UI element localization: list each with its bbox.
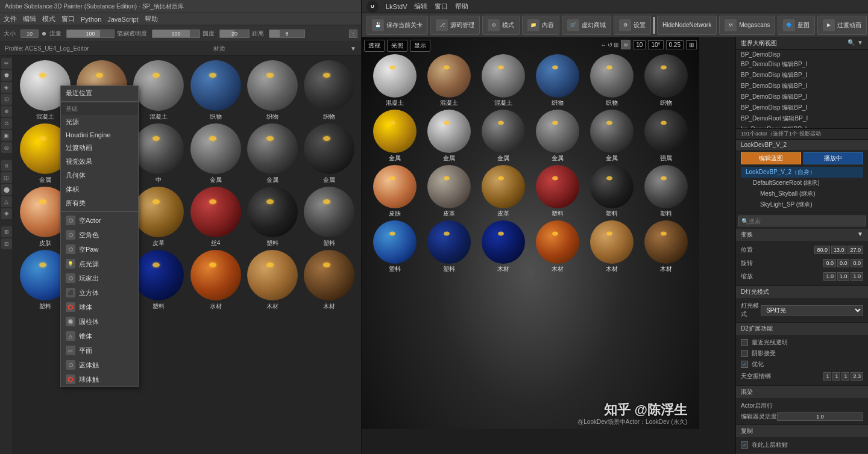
- blend-header[interactable]: 混染: [736, 386, 868, 398]
- tool-icon-5[interactable]: ⊕: [1, 106, 12, 117]
- bg-x[interactable]: 1: [823, 372, 831, 381]
- tree-bp1[interactable]: BP_DemoDisp: [736, 50, 868, 59]
- dropdown-sphere-touch[interactable]: ⭕ 球体触: [61, 372, 138, 387]
- material-item-9[interactable]: 中: [131, 123, 186, 184]
- scl-y[interactable]: 1.0: [837, 272, 850, 281]
- tool-icon-11[interactable]: ⬤: [1, 184, 12, 195]
- material-item-24[interactable]: 木材: [302, 250, 356, 311]
- dropdown-volume[interactable]: 体积: [61, 182, 138, 196]
- ue-mat-15[interactable]: 皮革: [482, 165, 525, 218]
- menu-file[interactable]: 文件: [4, 14, 17, 23]
- scene-root-item[interactable]: DefaultSceneRoot (继承): [748, 178, 863, 188]
- source-control-btn[interactable]: ⎇ 源码管理: [430, 16, 480, 35]
- tool-icon-7[interactable]: ▣: [1, 130, 12, 141]
- size-value[interactable]: 10: [27, 31, 33, 37]
- dropdown-player-exit[interactable]: ⬡ 玩家出: [61, 271, 138, 285]
- dropdown-video-effect[interactable]: 视觉效果: [61, 155, 138, 169]
- dropdown-cone[interactable]: △ 锥体: [61, 329, 138, 343]
- content-btn[interactable]: 📁 内容: [522, 16, 559, 35]
- ue-mat-9[interactable]: 金属: [482, 110, 525, 163]
- filter-icon[interactable]: ▼: [857, 39, 863, 48]
- ue-mat-8[interactable]: 金属: [427, 110, 471, 163]
- settings-icon[interactable]: ⋮: [349, 30, 357, 38]
- tool-icon-8[interactable]: ◎: [1, 142, 12, 153]
- details-search-input[interactable]: [749, 218, 863, 225]
- material-item-17[interactable]: 塑料: [245, 187, 300, 247]
- rot-y[interactable]: 0.0: [837, 259, 850, 267]
- menu-help[interactable]: 帮助: [145, 14, 158, 23]
- material-item-5[interactable]: 织物: [245, 60, 300, 121]
- settings-btn[interactable]: ⚙ 设置: [614, 16, 651, 35]
- dropdown-empty-actor[interactable]: ⬡ 空Actor: [61, 213, 138, 228]
- tool-icon-4[interactable]: ⊡: [1, 94, 12, 105]
- bg-w[interactable]: 2.3: [851, 372, 863, 381]
- ue-mat-22[interactable]: 木材: [536, 220, 579, 273]
- material-item-10[interactable]: 金属: [188, 123, 242, 184]
- expand-header[interactable]: D2扩展功能: [736, 323, 868, 335]
- ue-mat-7[interactable]: 金属: [373, 110, 417, 163]
- tool-icon-14[interactable]: ⊞: [1, 226, 12, 237]
- tree-bp8[interactable]: bp_DemoRoor 编辑BP_I: [736, 124, 868, 128]
- material-item-23[interactable]: 木材: [245, 250, 300, 311]
- material-item-4[interactable]: 织物: [188, 60, 242, 121]
- automation-btn[interactable]: HideNodeNetwork: [657, 16, 717, 35]
- ue-menu-window[interactable]: 窗口: [435, 2, 448, 11]
- dropdown-cube[interactable]: ⬛ 立方体: [61, 285, 138, 300]
- tool-icon-1[interactable]: ✏: [1, 58, 12, 69]
- tool-icon-2[interactable]: ⬟: [1, 70, 12, 81]
- near-light-checkbox[interactable]: [741, 339, 748, 346]
- pos-z[interactable]: 27.0: [848, 246, 863, 254]
- materials-dropdown-arrow[interactable]: ▼: [350, 45, 356, 52]
- ue-mat-19[interactable]: 塑料: [373, 220, 417, 273]
- dropdown-blue-touch[interactable]: ⬡ 蓝体触: [61, 358, 138, 372]
- ue-mat-14[interactable]: 皮革: [427, 165, 471, 218]
- blueprint-btn[interactable]: 🔷 蓝图: [778, 16, 815, 35]
- ue-menu-edit[interactable]: 编辑: [414, 2, 427, 11]
- ue-mat-18[interactable]: 塑料: [644, 165, 688, 218]
- dropdown-transition[interactable]: 过渡动画: [61, 141, 138, 155]
- dropdown-geometry[interactable]: 几何体: [61, 169, 138, 182]
- optimize-checkbox[interactable]: ✓: [741, 361, 748, 368]
- shadow-checkbox[interactable]: [741, 350, 748, 357]
- rot-z[interactable]: 0.0: [851, 259, 863, 267]
- world-icon[interactable]: W: [621, 40, 631, 49]
- mesh-skyball-item[interactable]: Mesh_Skyball (继承): [755, 188, 863, 199]
- ue-menu-help[interactable]: 帮助: [455, 2, 468, 11]
- bg-z[interactable]: 1: [841, 372, 849, 381]
- pos-x[interactable]: 80.0: [814, 246, 830, 254]
- edit-blueprint-btn[interactable]: 编辑蓝图: [741, 152, 801, 164]
- ue-mat-1[interactable]: 混凝土: [373, 54, 417, 107]
- lookdev-instance[interactable]: LookDevBP_V_2（自身）: [741, 167, 863, 178]
- tree-bp3[interactable]: BP_DemoDisp 编辑BP_I: [736, 70, 868, 81]
- tool-icon-12[interactable]: △: [1, 196, 12, 207]
- scl-x[interactable]: 1.0: [823, 272, 836, 281]
- dropdown-light[interactable]: 光源: [61, 115, 138, 129]
- tool-icon-15[interactable]: ⊟: [1, 238, 12, 249]
- tree-bp6[interactable]: BP_DemoDisp 编辑BP_I: [736, 102, 868, 113]
- ue-mat-23[interactable]: 木材: [590, 220, 634, 273]
- menu-window[interactable]: 窗口: [61, 14, 75, 23]
- show-btn[interactable]: 显示: [410, 40, 430, 52]
- tree-bp5[interactable]: BP_DemoDisp 编辑BP_I: [736, 92, 868, 102]
- material-item-11[interactable]: 金属: [245, 123, 300, 184]
- bg-y[interactable]: 1: [832, 372, 840, 381]
- megascans-btn[interactable]: M Megascans: [719, 16, 775, 35]
- material-item-22[interactable]: 水材: [188, 250, 242, 311]
- editor-sensitivity-val[interactable]: 1.0: [777, 412, 863, 421]
- dropdown-plane[interactable]: ▭ 平面: [61, 343, 138, 358]
- tree-bp7[interactable]: BP_DemoRoot 编辑BP_I: [736, 113, 868, 124]
- dropdown-cylinder[interactable]: 🔘 圆柱体: [61, 314, 138, 329]
- material-item-16[interactable]: 丝4: [188, 187, 242, 247]
- material-item-21[interactable]: 塑料: [131, 250, 186, 311]
- dropdown-recent[interactable]: 最近位置: [61, 86, 138, 100]
- perspective-btn[interactable]: 透视: [364, 40, 385, 52]
- dropdown-point-light[interactable]: 💡 点光源: [61, 257, 138, 271]
- lighting-header[interactable]: D灯光模式: [736, 286, 868, 298]
- transform-header[interactable]: 变换 ▼: [736, 229, 868, 241]
- save-current-btn[interactable]: 💾 保存当前关卡: [366, 16, 428, 35]
- menu-python[interactable]: Python: [81, 16, 101, 23]
- menu-edit[interactable]: 编辑: [23, 14, 36, 23]
- search-icon[interactable]: 🔍: [848, 39, 855, 48]
- tool-icon-10[interactable]: ◫: [1, 172, 12, 183]
- marketplace-btn[interactable]: 🛒 虚幻商城: [562, 16, 611, 35]
